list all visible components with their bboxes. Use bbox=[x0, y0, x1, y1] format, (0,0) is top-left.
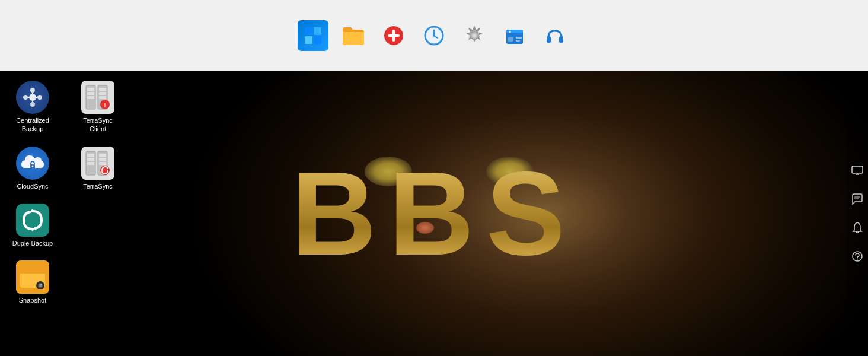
svg-rect-24 bbox=[559, 36, 563, 43]
duple-backup-image bbox=[16, 204, 49, 237]
svg-rect-42 bbox=[99, 96, 106, 99]
snapshot-label: Snapshot bbox=[19, 296, 46, 304]
svg-rect-40 bbox=[99, 88, 106, 91]
right-sidebar bbox=[847, 71, 868, 356]
taskbar-settings[interactable] bbox=[459, 20, 490, 51]
duple-backup-label: Duple Backup bbox=[12, 239, 53, 247]
svg-rect-54 bbox=[99, 162, 106, 165]
svg-rect-39 bbox=[87, 96, 94, 99]
snapshot-icon[interactable]: Snapshot bbox=[3, 257, 62, 308]
svg-point-30 bbox=[37, 95, 42, 100]
svg-point-19 bbox=[509, 31, 511, 33]
taskbar-headphones[interactable] bbox=[540, 20, 570, 51]
desktop-icon-row-2: CloudSync bbox=[3, 143, 127, 194]
cloudsync-icon[interactable]: CloudSync bbox=[3, 143, 62, 194]
desktop: BBS bbox=[0, 71, 868, 356]
svg-rect-53 bbox=[99, 158, 106, 161]
svg-rect-3 bbox=[314, 36, 321, 44]
svg-rect-23 bbox=[547, 36, 551, 43]
cloudsync-label: CloudSync bbox=[17, 182, 48, 190]
svg-rect-49 bbox=[87, 154, 94, 157]
taskbar-app-launcher[interactable] bbox=[378, 20, 409, 51]
svg-point-46 bbox=[32, 165, 34, 167]
svg-rect-20 bbox=[508, 37, 513, 42]
taskbar-file-manager[interactable] bbox=[338, 20, 369, 51]
svg-rect-18 bbox=[506, 33, 523, 34]
duple-backup-icon[interactable]: Duple Backup bbox=[3, 200, 62, 251]
centralized-backup-image bbox=[16, 81, 49, 114]
terrasync-client-icon[interactable]: ! TerraSyncClient bbox=[68, 77, 127, 137]
svg-point-11 bbox=[433, 34, 435, 37]
bbs-logo-text: BBS bbox=[291, 145, 577, 282]
svg-rect-51 bbox=[87, 162, 94, 165]
svg-text:!: ! bbox=[104, 102, 106, 108]
terrasync-image bbox=[81, 147, 114, 180]
svg-point-29 bbox=[23, 95, 28, 100]
snapshot-image bbox=[16, 260, 49, 294]
desktop-icon-row-1: CentralizedBackup ! bbox=[3, 77, 127, 137]
taskbar-time-manager[interactable] bbox=[419, 20, 449, 51]
taskbar-window-manager[interactable] bbox=[298, 20, 328, 51]
svg-point-59 bbox=[41, 284, 42, 285]
terrasync-client-label: TerraSyncClient bbox=[83, 116, 113, 134]
desktop-icon-row-4: Snapshot bbox=[3, 257, 127, 308]
svg-point-26 bbox=[29, 94, 36, 101]
desktop-icons-container: CentralizedBackup ! bbox=[3, 77, 127, 308]
svg-point-15 bbox=[473, 34, 476, 37]
svg-rect-21 bbox=[516, 37, 522, 39]
centralized-backup-icon[interactable]: CentralizedBackup bbox=[3, 77, 62, 137]
svg-rect-0 bbox=[305, 27, 312, 35]
cloudsync-image bbox=[16, 147, 49, 180]
svg-rect-1 bbox=[314, 27, 321, 35]
monitor-sidebar-icon[interactable] bbox=[849, 163, 866, 179]
chat-sidebar-icon[interactable] bbox=[849, 191, 866, 208]
svg-rect-38 bbox=[87, 92, 94, 95]
svg-rect-2 bbox=[305, 36, 312, 44]
svg-rect-52 bbox=[99, 154, 106, 157]
svg-point-28 bbox=[30, 102, 35, 107]
centralized-backup-label: CentralizedBackup bbox=[16, 116, 49, 134]
svg-rect-37 bbox=[87, 88, 94, 91]
taskbar-software-center[interactable] bbox=[499, 20, 530, 51]
terrasync-icon[interactable]: TerraSync bbox=[68, 143, 127, 194]
terrasync-label: TerraSync bbox=[83, 182, 113, 190]
svg-point-66 bbox=[857, 259, 858, 260]
desktop-icon-row-3: Duple Backup bbox=[3, 200, 127, 251]
help-sidebar-icon[interactable] bbox=[849, 248, 866, 265]
terrasync-client-image: ! bbox=[81, 81, 114, 114]
svg-rect-22 bbox=[516, 40, 520, 42]
svg-rect-6 bbox=[388, 34, 400, 37]
notification-sidebar-icon[interactable] bbox=[849, 220, 866, 236]
svg-rect-41 bbox=[99, 92, 106, 95]
taskbar bbox=[0, 0, 868, 71]
svg-point-27 bbox=[30, 88, 35, 93]
svg-rect-50 bbox=[87, 158, 94, 161]
svg-rect-60 bbox=[852, 166, 863, 173]
